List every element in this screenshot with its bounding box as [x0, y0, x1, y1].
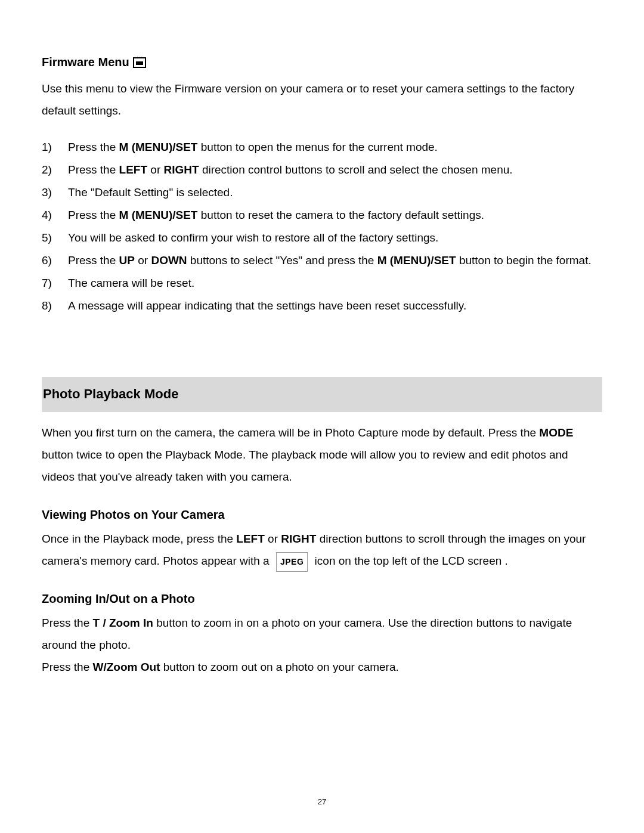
bold-text: M (MENU)/SET [119, 209, 198, 221]
list-marker: 4) [42, 204, 68, 227]
viewing-photos-para: Once in the Playback mode, press the LEF… [42, 528, 602, 572]
bold-text: RIGHT [281, 532, 316, 545]
list-text: Press the LEFT or RIGHT direction contro… [68, 159, 602, 181]
bold-text: M (MENU)/SET [119, 141, 198, 153]
firmware-intro: Use this menu to view the Firmware versi… [42, 78, 602, 122]
bold-text: M (MENU)/SET [377, 254, 456, 267]
zoom-in-para: Press the T / Zoom In button to zoom in … [42, 612, 602, 656]
bold-text: UP [119, 254, 135, 267]
bold-text: DOWN [151, 254, 187, 267]
zooming-heading: Zooming In/Out on a Photo [42, 587, 602, 611]
list-text: Press the M (MENU)/SET button to open th… [68, 136, 602, 159]
list-item: 7) The camera will be reset. [42, 272, 602, 295]
bold-text: RIGHT [164, 163, 199, 176]
bold-text: LEFT [236, 532, 265, 545]
list-marker: 2) [42, 159, 68, 181]
firmware-icon [133, 57, 146, 68]
viewing-photos-heading: Viewing Photos on Your Camera [42, 503, 602, 527]
jpeg-icon: JPEG [276, 552, 308, 572]
list-text: The "Default Setting" is selected. [68, 181, 602, 204]
list-marker: 7) [42, 272, 68, 295]
list-text: Press the M (MENU)/SET button to reset t… [68, 204, 602, 227]
list-marker: 1) [42, 136, 68, 159]
bold-text: W/Zoom Out [93, 661, 160, 673]
list-text: A message will appear indicating that th… [68, 295, 602, 317]
zoom-out-para: Press the W/Zoom Out button to zoom out … [42, 656, 602, 678]
list-marker: 6) [42, 249, 68, 272]
list-item: 2) Press the LEFT or RIGHT direction con… [42, 159, 602, 181]
list-item: 4) Press the M (MENU)/SET button to rese… [42, 204, 602, 227]
list-marker: 3) [42, 181, 68, 204]
firmware-menu-heading: Firmware Menu [42, 51, 602, 74]
list-item: 5) You will be asked to confirm your wis… [42, 227, 602, 249]
playback-intro: When you first turn on the camera, the c… [42, 422, 602, 488]
list-marker: 8) [42, 295, 68, 317]
playback-section-header: Photo Playback Mode [42, 377, 602, 412]
bold-text: LEFT [119, 163, 148, 176]
heading-text: Firmware Menu [42, 51, 129, 74]
list-item: 6) Press the UP or DOWN buttons to selec… [42, 249, 602, 272]
list-marker: 5) [42, 227, 68, 249]
list-item: 1) Press the M (MENU)/SET button to open… [42, 136, 602, 159]
list-text: The camera will be reset. [68, 272, 602, 295]
bold-text: T / Zoom In [93, 617, 153, 629]
firmware-steps-list: 1) Press the M (MENU)/SET button to open… [42, 136, 602, 317]
bold-text: MODE [539, 426, 573, 439]
list-text: You will be asked to confirm your wish t… [68, 227, 602, 249]
list-item: 8) A message will appear indicating that… [42, 295, 602, 317]
list-item: 3) The "Default Setting" is selected. [42, 181, 602, 204]
list-text: Press the UP or DOWN buttons to select "… [68, 249, 602, 272]
page-number: 27 [0, 794, 644, 809]
